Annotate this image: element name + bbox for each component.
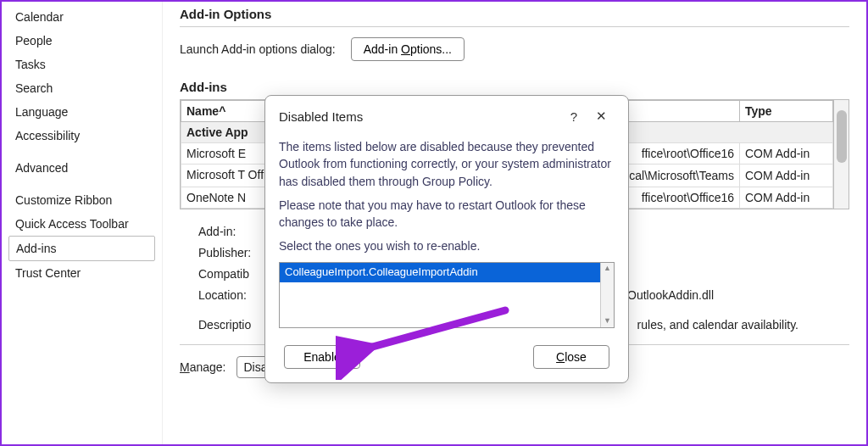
rule [180,26,849,27]
addins-heading: Add-ins [180,80,849,94]
sidebar-item-advanced[interactable]: Advanced [8,156,155,180]
close-button[interactable]: Close [533,345,609,369]
dialog-title: Disabled Items [279,109,363,124]
sidebar-item-language[interactable]: Language [8,100,155,124]
disabled-items-dialog: Disabled Items ? ✕ The items listed belo… [264,95,629,383]
dialog-text-3: Select the ones you wish to re-enable. [279,237,615,254]
sidebar-item-people[interactable]: People [8,29,155,53]
dialog-text-2: Please note that you may have to restart… [279,197,615,231]
manage-label: Manage: [180,360,226,374]
scroll-down-icon[interactable]: ▼ [601,315,614,327]
list-item[interactable]: ColleagueImport.ColleagueImportAddin [280,263,600,282]
table-scrollbar[interactable] [833,100,849,209]
launch-label: Launch Add-in options dialog: [180,42,336,56]
sidebar-item-quick-access-toolbar[interactable]: Quick Access Toolbar [8,212,155,236]
listbox-scrollbar[interactable]: ▲ ▼ [600,263,614,327]
section-title-addin-options: Add-in Options [180,7,849,21]
help-button[interactable]: ? [560,104,587,128]
close-icon[interactable]: ✕ [587,104,615,128]
sidebar-item-accessibility[interactable]: Accessibility [8,124,155,148]
scroll-up-icon[interactable]: ▲ [601,263,614,275]
sidebar-item-calendar[interactable]: Calendar [8,5,155,29]
disabled-items-listbox[interactable]: ColleagueImport.ColleagueImportAddin ▲ ▼ [279,262,615,328]
sidebar-item-trust-center[interactable]: Trust Center [8,261,155,285]
scroll-thumb[interactable] [837,110,847,163]
dialog-text-1: The items listed below are disabled beca… [279,138,615,190]
enable-button[interactable]: Enable [284,345,360,369]
addin-options-button[interactable]: Add-in Options... [351,37,465,61]
sidebar-item-add-ins[interactable]: Add-ins [8,236,155,261]
sidebar-item-customize-ribbon[interactable]: Customize Ribbon [8,188,155,212]
col-header-type[interactable]: Type [740,101,833,122]
sidebar-item-search[interactable]: Search [8,76,155,100]
options-sidebar: Calendar People Tasks Search Language Ac… [2,2,163,444]
sidebar-item-tasks[interactable]: Tasks [8,53,155,76]
